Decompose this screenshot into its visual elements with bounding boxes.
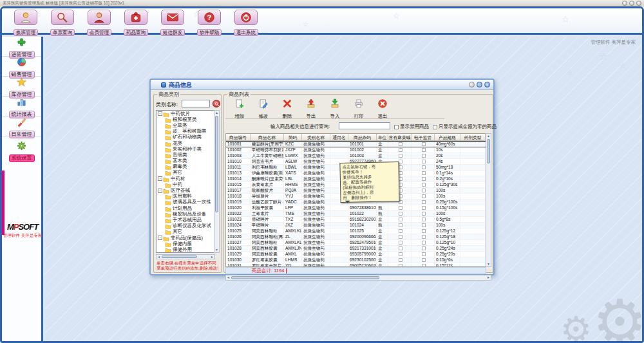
edit-button[interactable]: 修改 [256,98,271,118]
table-row[interactable]: 101028阿莫西林胶囊AMXLJN抗微生物药6921733100161盒0.2… [226,246,486,252]
checkbox-icon[interactable] [422,142,426,146]
table-row[interactable]: 101030罗红霉素胶囊LHMS抗微生物药6923010250019盒0.15g… [226,257,486,263]
checkbox-icon[interactable] [399,229,402,233]
toolbar-button-7[interactable]: 退出系统 [230,10,262,37]
tree-node[interactable]: 保健外用 [156,246,214,252]
checkbox-icon[interactable] [422,218,426,221]
checkbox-icon[interactable] [422,258,426,262]
checkbox-icon[interactable] [399,218,402,221]
checkbox-icon[interactable] [399,241,402,245]
checkbox-icon[interactable] [399,246,402,250]
table-row[interactable]: 101027阿莫西林颗粒AMXLKL抗微生物药6926247950165盒0.1… [226,240,486,246]
checkbox-icon[interactable] [399,235,402,239]
checkbox-icon[interactable] [399,142,402,146]
table-horizontal-scrollbar[interactable]: ◄► [225,275,491,281]
exit-button[interactable]: 退出 [375,98,390,118]
checkbox-icon[interactable] [422,200,426,204]
column-header[interactable]: 商品条码 [348,134,377,140]
toolbar-button-1[interactable]: 换班管理 [10,10,42,37]
toolbar-button-6[interactable]: ?软件帮助 [193,10,225,37]
tree-expand-icon[interactable]: - [158,189,162,193]
table-row[interactable]: 101001糠甾醇片(牙周宁)KZC抗微生物药101001盒40mg*60s [226,141,486,147]
show-disabled-checkbox[interactable]: 显示禁用商品 [394,124,429,130]
checkbox-icon[interactable] [422,246,426,250]
product-search-input[interactable] [339,122,390,129]
tree-horizontal-scrollbar[interactable]: ◄► [156,254,215,259]
sidebar-item-2[interactable]: 销售管理 [2,57,41,77]
delete-button[interactable]: 删除 [279,98,295,118]
maximize-icon[interactable] [629,1,634,6]
toolbar-button-5[interactable]: 短信群发 [156,10,189,37]
dialog-minimize-icon[interactable]: – [469,82,475,88]
category-filter-input[interactable] [182,100,210,107]
checkbox-icon[interactable] [422,154,426,158]
checkbox-icon[interactable] [394,125,399,129]
checkbox-icon[interactable] [422,194,426,198]
column-header[interactable]: 电子监管 [412,134,435,140]
checkbox-icon[interactable] [422,252,426,256]
checkbox-icon[interactable] [399,206,402,210]
table-row[interactable]: 101023替硝唑片TXZ抗微生物药6916823020016盒0.5g*8s [226,217,486,223]
tree-expand-icon[interactable]: - [158,111,162,116]
sidebar-item-4[interactable]: 统计报表 [2,97,41,116]
table-row[interactable]: 101022土霉素片TMS抗微生物药101022瓶100s [226,211,486,217]
column-header[interactable]: 药剂类型 [460,134,486,140]
checkbox-icon[interactable] [399,212,402,216]
tree-vertical-scrollbar[interactable]: ▲▼ [214,110,220,253]
column-header[interactable]: 商品编号 [226,134,251,140]
table-row[interactable]: 101025阿莫西林颗粒AMXLKL抗微生物药101025盒0.125g*12 [226,228,486,234]
checkbox-icon[interactable] [399,252,402,256]
print-button[interactable]: 打印 [351,98,366,118]
checkbox-icon[interactable] [422,235,426,239]
checkbox-icon[interactable] [422,183,426,187]
checkbox-icon[interactable] [433,125,437,129]
dialog-titlebar[interactable]: 商品信息 – □ × [151,80,493,90]
checkbox-icon[interactable] [422,229,426,233]
checkbox-icon[interactable] [422,189,426,192]
zero-amount-checkbox[interactable]: 只显示提成金额为零的商品 [433,124,497,130]
table-row[interactable]: 101029阿莫西林胶囊AMXL抗微生物药6930579900095盒0.25g… [226,252,486,257]
column-header[interactable]: 含有麻黄碱 [388,134,412,140]
checkbox-icon[interactable] [422,223,426,227]
checkbox-icon[interactable] [422,177,426,181]
checkbox-icon[interactable] [422,212,426,216]
table-row[interactable]: 101026阿莫西林颗粒(再林ZL抗微生物药6920009666628盒0.12… [226,234,486,240]
checkbox-icon[interactable] [422,171,426,175]
column-header[interactable]: 类别名称 [302,134,330,140]
tree-expand-icon[interactable]: - [158,236,162,240]
checkbox-icon[interactable] [422,160,426,163]
sidebar-item-1[interactable]: 进货管理 [2,37,41,57]
table-row[interactable]: 101020利福平胶囊LFP抗微生物药6907283861059瓶0.15g*1… [226,205,486,211]
table-row[interactable]: 101002甲硝唑芬布芬胶囊JXZF抗微生物药101002盒10s [226,147,486,153]
dialog-close-icon[interactable]: × [484,82,490,88]
toolbar-button-2[interactable]: 单票查询 [46,10,79,37]
import-button[interactable]: 导入 [327,98,343,118]
add-button[interactable]: 增加 [232,98,247,118]
column-header[interactable]: 单位 [377,134,388,140]
checkbox-icon[interactable] [399,148,402,152]
category-search-button[interactable] [213,100,220,107]
export-button[interactable]: 导出 [303,98,319,118]
sidebar-item-settings[interactable]: 系统设置 [2,140,41,160]
table-vertical-scrollbar[interactable]: ▲▼ [486,133,491,267]
checkbox-icon[interactable] [399,258,402,262]
checkbox-icon[interactable] [399,154,402,158]
dialog-maximize-icon[interactable]: □ [477,82,482,88]
column-header[interactable]: 商品名称 [251,134,284,140]
tree-expand-icon[interactable]: - [158,176,162,181]
toolbar-button-3[interactable]: 会员管理 [83,10,115,37]
close-icon[interactable] [636,1,641,6]
checkbox-icon[interactable] [422,165,426,169]
minimize-icon[interactable] [622,1,627,6]
column-header[interactable]: 通用名 [330,134,348,140]
checkbox-icon[interactable] [422,241,426,245]
sidebar-item-5[interactable]: 日常管理 [2,116,41,136]
checkbox-icon[interactable] [422,148,426,152]
checkbox-icon[interactable] [422,206,426,210]
sidebar-item-3[interactable]: 库存管理 [2,77,41,97]
checkbox-icon[interactable] [399,223,402,227]
toolbar-button-4[interactable]: 药品查询 [120,10,152,37]
table-row[interactable]: 101003人工牛黄甲硝唑胶LGWX抗微生物药101003盒20s [226,153,486,159]
column-header[interactable]: 产品规格 [435,134,460,140]
column-header[interactable]: 简码 [284,134,302,140]
